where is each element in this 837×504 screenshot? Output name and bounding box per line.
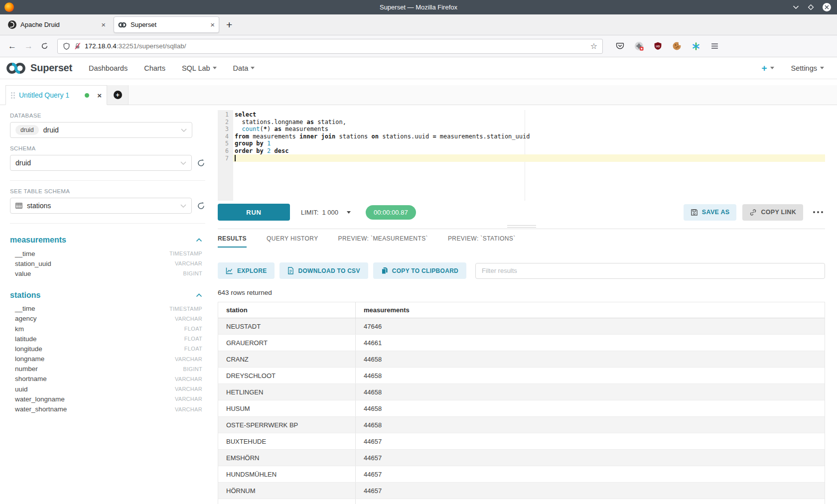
maximize-icon[interactable] [808,4,814,10]
column-header-measurements[interactable]: measurements [356,302,825,318]
clipboard-icon [381,267,388,274]
column-header-station[interactable]: station [218,302,356,318]
nav-dashboards[interactable]: Dashboards [89,64,128,72]
chevron-down-icon [181,128,187,132]
code-line[interactable]: from measurements inner join stations on… [235,133,825,140]
query-tab-strip-spacer [129,85,837,105]
refresh-table-icon[interactable] [197,202,205,210]
browser-tab-superset[interactable]: Superset × [114,16,219,33]
table-cell: HETLINGEN [218,384,356,400]
table-icon [15,202,22,209]
chevron-down-icon [251,67,255,69]
url-text[interactable]: 172.18.0.4:32251/superset/sqllab/ [85,42,587,50]
table-cell: CRANZ [218,351,356,367]
new-tab-button[interactable]: + [226,19,232,31]
collapse-icon[interactable] [196,293,202,297]
table-section-header[interactable]: stations [10,291,202,300]
tab-close-icon[interactable]: × [101,21,106,28]
table-row: HUNDSMÜHLEN44657 [218,466,825,483]
refresh-schema-icon[interactable] [197,159,205,167]
more-options-button[interactable] [811,209,825,215]
extension-icon[interactable] [634,41,644,51]
table-row: HETLINGEN44658 [218,384,825,400]
tab-query-history[interactable]: QUERY HISTORY [267,235,318,248]
database-select[interactable]: druid druid [10,122,192,138]
nav-data[interactable]: Data [233,64,255,72]
reload-button[interactable] [41,42,48,50]
code-line[interactable]: stations.longname as station, [235,119,825,126]
add-new-button[interactable]: + [761,63,774,74]
limit-dropdown[interactable]: LIMIT: 1 000 [301,209,351,216]
nav-sql-lab[interactable]: SQL Lab [182,64,217,72]
column-row: water_longnameVARCHAR [10,394,202,404]
run-button[interactable]: RUN [218,204,290,221]
add-query-tab-button[interactable]: + [107,85,129,105]
schema-select[interactable]: druid [10,155,192,171]
ublock-icon[interactable]: UO [654,42,662,50]
tab-preview-measurements[interactable]: PREVIEW: `MEASUREMENTS` [338,235,428,248]
column-type: FLOAT [184,346,202,352]
minimize-icon[interactable] [793,5,799,9]
forward-button[interactable]: → [24,41,33,51]
code-line[interactable]: select [235,111,825,119]
query-tab[interactable]: Untitled Query 1 × [5,85,107,105]
download-csv-button[interactable]: DOWNLOAD TO CSV [279,262,368,279]
file-icon [287,267,294,274]
superset-logo[interactable]: Superset [5,61,72,75]
column-row: numberBIGINT [10,364,202,374]
hamburger-menu-icon[interactable] [710,42,719,50]
settings-menu[interactable]: Settings [791,64,824,72]
column-name: latitude [10,335,37,343]
close-window-icon[interactable] [823,3,831,11]
cookie-icon[interactable] [672,41,682,51]
column-type: VARCHAR [175,356,202,362]
nav-charts[interactable]: Charts [144,64,165,72]
tab-results[interactable]: RESULTS [218,235,247,248]
table-row: DREYSCHLOOT44658 [218,368,825,384]
tab-close-icon[interactable]: × [210,21,215,28]
text-cursor [235,155,236,161]
column-type: VARCHAR [175,260,202,266]
table-select[interactable]: stations [10,198,192,214]
tab-preview-stations[interactable]: PREVIEW: `STATIONS` [448,235,516,248]
panel-splitter[interactable] [218,223,825,229]
sql-editor[interactable]: 1234567 select stations.longname as stat… [218,110,825,201]
copy-clipboard-button[interactable]: COPY TO CLIPBOARD [373,262,466,279]
table-cell: 44661 [356,335,825,351]
shield-icon[interactable] [63,42,70,50]
table-row: HÖRNUM44657 [218,483,825,499]
code-line[interactable]: order by 2 desc [235,147,825,155]
window-titlebar: Superset — Mozilla Firefox [0,0,837,14]
url-bar[interactable]: 172.18.0.4:32251/superset/sqllab/ ☆ [57,39,603,54]
multi-account-asterisk-icon[interactable] [692,42,700,51]
browser-tab-apache-druid[interactable]: Apache Druid × [4,16,110,33]
drag-handle-icon[interactable] [11,92,15,99]
chevron-down-icon [770,67,774,69]
query-tab-label[interactable]: Untitled Query 1 [19,91,81,99]
column-type: FLOAT [184,326,202,332]
collapse-icon[interactable] [196,238,202,242]
window-title: Superset — Mozilla Firefox [0,3,837,11]
column-type: TIMESTAMP [169,251,202,256]
column-row: shortnameVARCHAR [10,374,202,384]
table-row: EMSHÖRN44657 [218,450,825,466]
filter-results-input[interactable] [475,263,825,279]
table-section-header[interactable]: measurements [10,236,202,245]
tab-label: Apache Druid [20,21,97,28]
code-line[interactable] [235,155,825,162]
code-line[interactable]: group by 1 [235,140,825,147]
insecure-lock-icon[interactable] [74,42,81,50]
code-line[interactable]: count(*) as measurements [235,126,825,133]
query-tab-close-icon[interactable]: × [97,91,102,100]
bookmark-star-icon[interactable]: ☆ [590,41,597,51]
editor-code-area[interactable]: select stations.longname as station, cou… [233,110,825,201]
explore-button[interactable]: EXPLORE [218,262,275,279]
schema-label: SCHEMA [10,145,205,151]
save-as-button[interactable]: SAVE AS [684,204,737,221]
editor-pane: 1234567 select stations.longname as stat… [218,105,825,504]
pocket-icon[interactable] [616,42,624,50]
copy-link-button[interactable]: COPY LINK [742,204,803,221]
sqllab-sidebar: DATABASE druid druid SCHEMA druid SEE TA… [0,105,205,504]
query-status-dot [85,93,89,98]
back-button[interactable]: ← [8,41,16,51]
